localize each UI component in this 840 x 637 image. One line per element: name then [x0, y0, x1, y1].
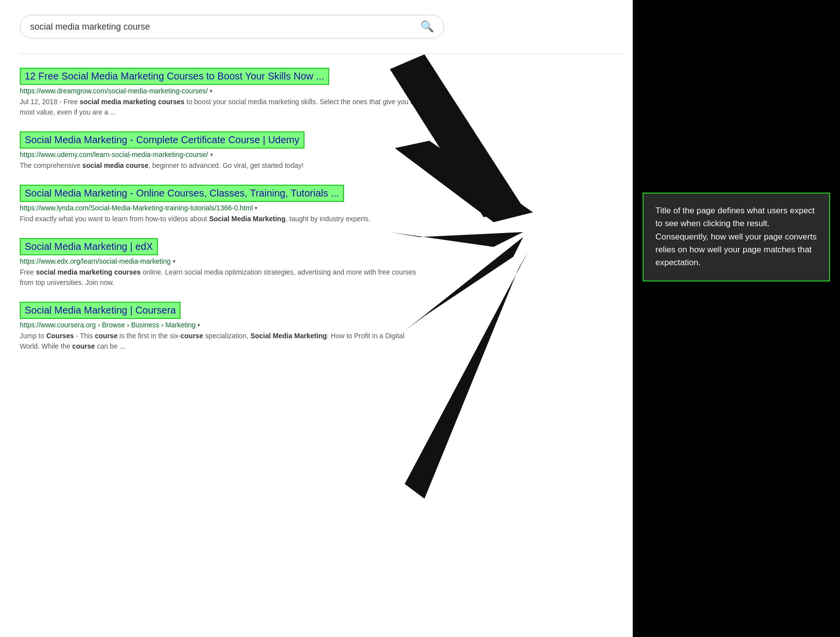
search-input[interactable]: [30, 22, 420, 32]
result-item-1: 12 Free Social Media Marketing Courses t…: [20, 68, 622, 118]
url-dropdown-2[interactable]: ▾: [210, 152, 213, 158]
result-item-3: Social Media Marketing - Online Courses,…: [20, 185, 622, 224]
result-desc-3: Find exactly what you want to learn from…: [20, 214, 424, 224]
result-url-line-5: https://www.coursera.org › Browse › Busi…: [20, 321, 622, 329]
black-overlay: [633, 0, 840, 637]
result-url-line-1: https://www.dreamgrow.com/social-media-m…: [20, 87, 622, 95]
url-dropdown-1[interactable]: ▾: [210, 88, 213, 94]
result-title-5[interactable]: Social Media Marketing | Coursera: [20, 302, 622, 321]
annotation-text: Title of the page defines what users exp…: [655, 206, 817, 267]
url-dropdown-3[interactable]: ▾: [255, 205, 258, 211]
result-item-5: Social Media Marketing | Coursera https:…: [20, 302, 622, 352]
result-url-line-3: https://www.lynda.com/Social-Media-Marke…: [20, 204, 622, 212]
search-bar: 🔍: [20, 15, 444, 39]
result-url-line-4: https://www.edx.org/learn/social-media-m…: [20, 257, 622, 265]
result-title-2[interactable]: Social Media Marketing - Complete Certif…: [20, 131, 622, 151]
courses-link[interactable]: Courses: [46, 332, 74, 340]
main-content: 🔍 12 Free Social Media Marketing Courses…: [0, 0, 642, 380]
url-dropdown-5[interactable]: ▾: [197, 322, 200, 328]
result-item-2: Social Media Marketing - Complete Certif…: [20, 131, 622, 171]
result-desc-5: Jump to Courses - This course is the fir…: [20, 331, 424, 352]
annotation-box: Title of the page defines what users exp…: [643, 193, 830, 281]
result-title-1[interactable]: 12 Free Social Media Marketing Courses t…: [20, 68, 622, 87]
result-item-4: Social Media Marketing | edX https://www…: [20, 238, 622, 288]
result-desc-1: Jul 12, 2018 - Free social media marketi…: [20, 97, 424, 118]
search-divider: [20, 53, 622, 54]
search-icon[interactable]: 🔍: [420, 20, 434, 33]
result-desc-4: Free social media marketing courses onli…: [20, 267, 424, 288]
result-desc-2: The comprehensive social media course, b…: [20, 160, 424, 171]
url-dropdown-4[interactable]: ▾: [173, 258, 176, 265]
result-title-4[interactable]: Social Media Marketing | edX: [20, 238, 622, 257]
result-title-3[interactable]: Social Media Marketing - Online Courses,…: [20, 185, 622, 204]
result-url-line-2: https://www.udemy.com/learn-social-media…: [20, 151, 622, 159]
